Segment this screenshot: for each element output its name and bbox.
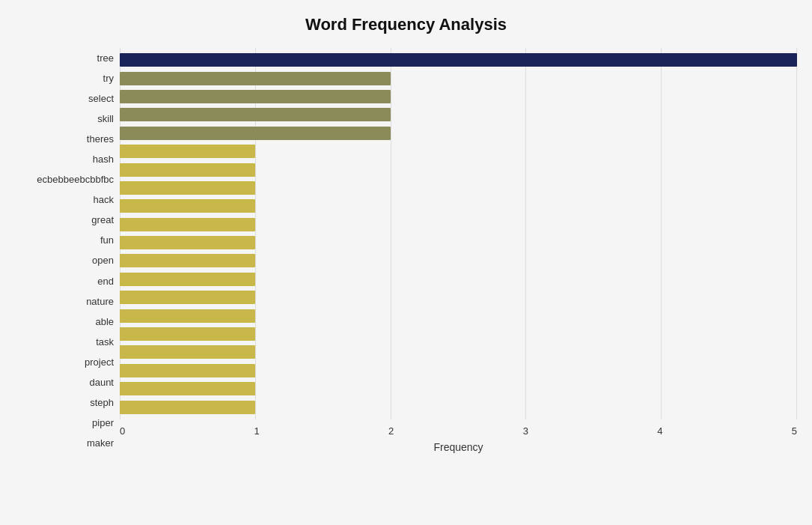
bars-and-grid: 012345 Frequency [120, 48, 797, 453]
y-label: hash [93, 149, 114, 169]
bar-row [120, 271, 797, 288]
x-tick: 2 [388, 425, 394, 437]
y-label: hack [94, 189, 114, 210]
bar [120, 53, 797, 67]
chart-area: treetryselectskillthereshashecbebbeebcbb… [15, 48, 797, 453]
y-labels: treetryselectskillthereshashecbebbeebcbb… [15, 48, 120, 453]
y-label: task [96, 332, 114, 352]
bar [120, 163, 255, 177]
bar [120, 145, 255, 158]
bar-row [120, 52, 797, 68]
y-label: piper [92, 413, 114, 433]
x-tick: 3 [523, 425, 528, 437]
bar-row [120, 362, 797, 379]
y-label: maker [87, 433, 114, 453]
y-label: ecbebbeebcbbfbc [37, 169, 114, 189]
bar [120, 309, 255, 323]
bar-row [120, 143, 797, 160]
bar-row [120, 198, 797, 214]
bar-row [120, 106, 797, 123]
bar [120, 327, 255, 341]
bar [120, 254, 255, 267]
chart-title: Word Frequency Analysis [15, 15, 797, 34]
bar-row [120, 88, 797, 105]
y-label: great [91, 210, 114, 230]
y-label: tree [97, 48, 114, 68]
chart-container: Word Frequency Analysis treetryselectski… [0, 0, 812, 525]
bar-row [120, 252, 797, 269]
x-tick: 0 [120, 425, 125, 437]
y-label: project [85, 352, 114, 372]
bar-row [120, 344, 797, 360]
bar-row [120, 326, 797, 342]
bar-row [120, 125, 797, 142]
bar [120, 127, 391, 140]
y-label: skill [97, 109, 114, 129]
y-label: try [103, 68, 114, 88]
bar [120, 181, 255, 195]
y-label: theres [87, 129, 114, 149]
bar-row [120, 380, 797, 397]
bar [120, 90, 391, 103]
bar-row [120, 162, 797, 178]
bar-row [120, 216, 797, 233]
x-axis-label: Frequency [120, 441, 797, 453]
x-tick: 4 [657, 425, 662, 437]
y-label: daunt [89, 372, 114, 392]
bar [120, 236, 255, 249]
y-label: fun [100, 230, 114, 250]
x-axis: 012345 [120, 425, 797, 437]
bar-row [120, 289, 797, 306]
bar [120, 364, 255, 377]
bar [120, 218, 255, 231]
bar [120, 401, 255, 414]
y-label: steph [90, 392, 114, 413]
bar [120, 72, 391, 85]
bar [120, 345, 255, 359]
bar [120, 199, 255, 213]
bar-row [120, 234, 797, 251]
bar [120, 382, 255, 395]
y-label: able [95, 312, 114, 332]
bar-row [120, 308, 797, 324]
y-label: select [88, 88, 114, 109]
bar [120, 108, 391, 121]
bar-row [120, 70, 797, 87]
y-label: open [92, 250, 114, 270]
bar-row [120, 399, 797, 416]
x-tick: 5 [792, 425, 797, 437]
bar [120, 273, 255, 286]
x-tick: 1 [254, 425, 260, 437]
grid-and-bars [120, 48, 797, 419]
bar-row [120, 180, 797, 196]
bars-wrapper [120, 48, 797, 419]
y-label: end [97, 271, 114, 291]
bar [120, 291, 255, 304]
y-label: nature [86, 291, 114, 312]
